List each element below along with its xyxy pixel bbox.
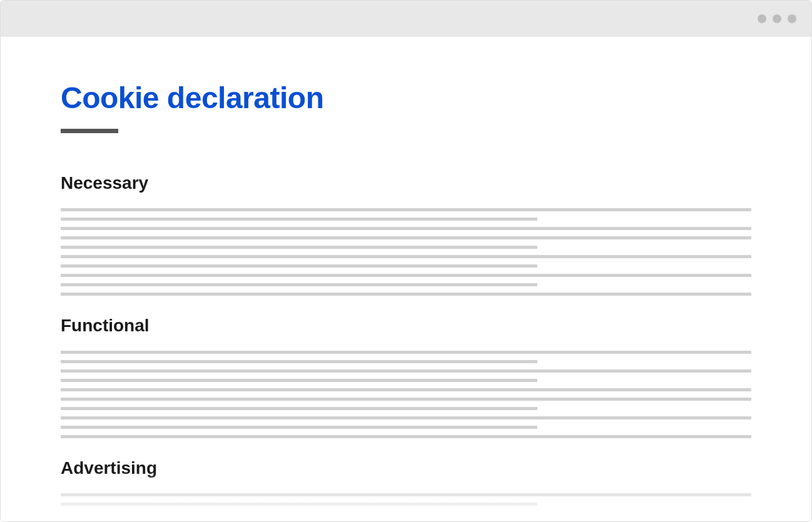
text-line [61,293,751,296]
page-title: Cookie declaration [61,81,751,115]
text-line [61,255,751,258]
text-line [61,416,751,419]
text-line [61,407,537,410]
window-control-dot[interactable] [788,14,796,23]
text-line [61,283,537,286]
text-line [61,236,751,239]
text-line [61,218,537,221]
text-line [61,426,537,429]
title-underline [61,129,118,133]
text-line [61,274,751,277]
section-necessary: Necessary [61,173,751,296]
window-control-dot[interactable] [773,14,781,23]
placeholder-text [61,208,751,296]
section-functional: Functional [61,316,751,438]
text-line [61,388,751,391]
text-line [61,360,537,363]
text-line [61,493,751,496]
text-line [61,435,751,438]
text-line [61,351,751,354]
section-heading: Functional [61,316,751,336]
text-line [61,246,537,249]
title-bar [1,1,811,37]
section-heading: Advertising [61,458,751,478]
text-line [61,227,751,230]
text-line [61,379,537,382]
content-area: Cookie declaration Necessary Functional [1,37,811,521]
placeholder-text [61,351,751,438]
window-control-dot[interactable] [758,14,766,23]
text-line [61,503,537,506]
section-heading: Necessary [61,173,751,193]
placeholder-text [61,493,751,506]
section-advertising: Advertising [61,458,751,506]
text-line [61,264,537,268]
text-line [61,208,751,211]
text-line [61,369,751,373]
window-frame: Cookie declaration Necessary Functional [0,0,812,522]
text-line [61,398,751,401]
